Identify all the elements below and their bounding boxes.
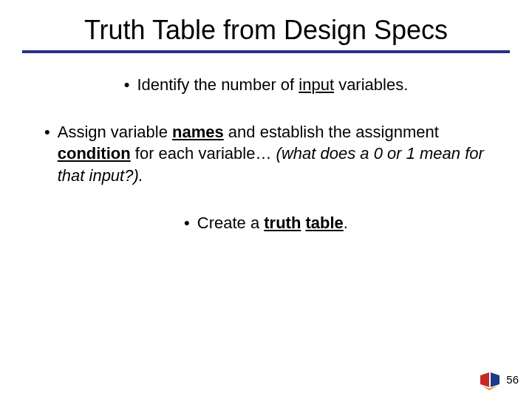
- svg-marker-0: [480, 372, 489, 387]
- bullet-3: • Create a truth table.: [44, 212, 488, 234]
- bullet-1: • Identify the number of input variables…: [44, 74, 488, 96]
- bullet-marker: •: [124, 74, 130, 96]
- bullet-1-u1: input: [299, 75, 334, 94]
- bullet-3-u1: truth: [264, 214, 301, 232]
- bullet-2-text: Assign variable names and establish the …: [58, 121, 488, 187]
- bullet-1-post: variables.: [334, 75, 408, 94]
- bullet-marker: •: [44, 121, 50, 187]
- bullet-3-t3: .: [344, 214, 348, 232]
- bullet-2-t2: and establish the assignment: [224, 123, 439, 141]
- bullet-2-t3: for each variable…: [131, 144, 276, 163]
- page-number: 56: [506, 373, 519, 386]
- slide-logo-icon: [479, 371, 501, 390]
- slide-content: • Identify the number of input variables…: [0, 53, 532, 233]
- bullet-3-text: Create a truth table.: [197, 212, 348, 234]
- svg-marker-2: [482, 386, 498, 390]
- bullet-2-u1: names: [172, 123, 224, 141]
- bullet-2-u2: condition: [58, 144, 131, 163]
- bullet-3-t1: Create a: [197, 214, 265, 232]
- svg-marker-1: [491, 372, 499, 387]
- bullet-2: • Assign variable names and establish th…: [44, 121, 488, 187]
- bullet-1-text: Identify the number of input variables.: [137, 74, 408, 96]
- bullet-1-pre: Identify the number of: [137, 75, 299, 94]
- bullet-2-t1: Assign variable: [58, 123, 172, 141]
- slide-title: Truth Table from Design Specs: [0, 0, 532, 50]
- bullet-3-u2: table: [305, 214, 343, 232]
- bullet-marker: •: [184, 212, 190, 234]
